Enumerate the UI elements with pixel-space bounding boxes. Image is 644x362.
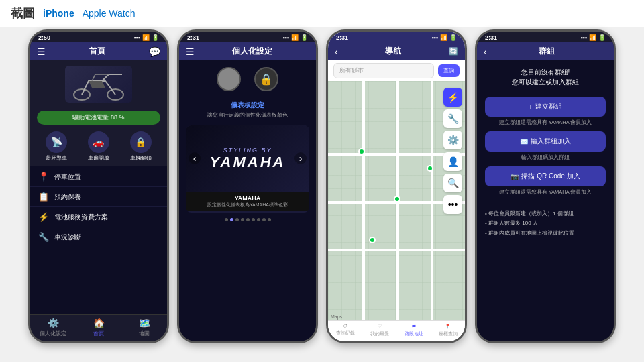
signal-icon: ▪▪▪ xyxy=(133,34,140,41)
status-icons-4: ▪▪▪ 📶 🔋 xyxy=(580,34,606,41)
tab-apple-watch[interactable]: Apple Watch xyxy=(83,8,136,19)
map-bottom-nav: ⏱ 查詢紀錄 ♡ 我的最愛 ⇌ 路段地址 📍 座標查詢 xyxy=(328,320,465,341)
menu-icon[interactable]: ☰ xyxy=(37,46,46,57)
trunk-action[interactable]: 🚗 車廂開啟 xyxy=(88,131,109,162)
wifi-icon-2: 📶 xyxy=(291,34,299,41)
nav-settings[interactable]: ⚙️ 個人化設定 xyxy=(30,318,76,337)
time-3: 2:31 xyxy=(336,34,348,41)
dot-4 xyxy=(241,218,244,221)
prev-btn[interactable]: ‹ xyxy=(189,152,201,164)
rule-2: • 群組人數最多 100 人 xyxy=(485,219,606,228)
enter-icon: ✉️ xyxy=(520,138,528,145)
wifi-icon: 📶 xyxy=(142,34,150,41)
menu-icon-2[interactable]: ☰ xyxy=(186,46,195,57)
history-icon: ⏱ xyxy=(343,324,347,328)
yamaha-caption: YAMAHA 設定個性化儀表板為YAMAHA標準色彩 xyxy=(186,192,309,211)
dot-9 xyxy=(268,218,271,221)
search-input[interactable]: 所有縣市 xyxy=(333,63,434,78)
time-4: 2:31 xyxy=(485,34,497,41)
create-group-btn[interactable]: + 建立群組 xyxy=(485,97,606,117)
yamaha-card[interactable]: STYLING BY YAMAHA ‹ › YAMAHA 設定個性化儀表板為YA… xyxy=(186,125,309,213)
next-btn[interactable]: › xyxy=(294,152,307,164)
nav-bar-4: ‹ 群組 xyxy=(477,42,614,60)
person-btn[interactable]: 👤 xyxy=(443,152,462,171)
dot-5 xyxy=(246,218,250,221)
nav-home[interactable]: 🏠 首頁 xyxy=(76,318,121,337)
diagnostics-item[interactable]: 🔧 車況診斷 xyxy=(30,227,167,247)
group-rules: • 每位會員限新建（或加入）1 個群組 • 群組人數最多 100 人 • 群組內… xyxy=(485,206,606,241)
charge-btn[interactable]: ⚡ xyxy=(443,88,462,107)
battery-plan-icon: ⚡ xyxy=(38,212,49,222)
battery-icon-4: 🔋 xyxy=(598,34,606,41)
history-nav[interactable]: ⏱ 查詢紀錄 xyxy=(328,324,362,337)
nav-title-4: 群組 xyxy=(539,46,555,57)
message-icon[interactable]: 💬 xyxy=(149,46,160,57)
action-icons: 📡 藍牙導車 🚗 車廂開啟 🔒 車輛解鎖 xyxy=(30,127,167,166)
favorites-nav[interactable]: ♡ 我的最愛 xyxy=(362,324,396,337)
status-bar-1: 2:50 ▪▪▪ 📶 🔋 xyxy=(30,32,167,42)
phone-groups: 2:31 ▪▪▪ 📶 🔋 ‹ 群組 您目前沒有群組! 您可以建立或加入群組 + … xyxy=(475,29,616,343)
wifi-icon-3: 📶 xyxy=(440,34,447,41)
trunk-label: 車廂開啟 xyxy=(88,154,109,162)
group-empty-text: 您目前沒有群組! 您可以建立或加入群組 xyxy=(485,67,606,87)
tab-iphone[interactable]: iPhone xyxy=(43,8,74,19)
back-icon-4[interactable]: ‹ xyxy=(484,46,487,57)
home-label: 首頁 xyxy=(93,330,104,337)
map-sidebar: ⚡ 🔧 ⚙️ 👤 🔍 ••• xyxy=(443,88,462,214)
route-nav[interactable]: ⇌ 路段地址 xyxy=(396,324,431,337)
battery-plan-item[interactable]: ⚡ 電池服務資費方案 xyxy=(30,207,167,227)
dot-1 xyxy=(225,218,228,221)
qr-icon: 📷 xyxy=(511,173,519,180)
search-placeholder: 所有縣市 xyxy=(339,67,364,74)
route-label: 路段地址 xyxy=(405,330,423,337)
home-content: 驅動電池電量 88 % 📡 藍牙導車 🚗 車廂開啟 🔒 車輛解鎖 📍 xyxy=(30,60,167,341)
zoom-btn[interactable]: 🔍 xyxy=(443,174,462,192)
parking-icon: 📍 xyxy=(38,172,49,182)
bluetooth-label: 藍牙導車 xyxy=(46,154,67,162)
diagnostics-icon: 🔧 xyxy=(38,232,49,242)
route-icon: ⇌ xyxy=(412,324,416,329)
page-title: 截圖 xyxy=(11,5,35,21)
menu-list: 📍 停車位置 📋 預約保養 ⚡ 電池服務資費方案 🔧 車況診斷 xyxy=(30,166,167,314)
lock-icon: 🔒 xyxy=(254,67,278,91)
nav-extra-icon: 🔄 xyxy=(449,47,458,56)
unlock-action[interactable]: 🔒 車輛解鎖 xyxy=(130,131,152,162)
time-1: 2:50 xyxy=(38,34,50,41)
map-attribution: Maps xyxy=(331,314,342,319)
dot-6 xyxy=(252,218,255,221)
enter-group-btn[interactable]: ✉️ 輸入群組加入 xyxy=(485,131,606,152)
dot-2 xyxy=(230,218,233,221)
dot-3 xyxy=(235,218,239,221)
parking-item[interactable]: 📍 停車位置 xyxy=(30,167,167,187)
profile-section: 🔒 xyxy=(179,60,316,98)
signal-icon-4: ▪▪▪ xyxy=(580,34,587,41)
nav-map[interactable]: 🗺️ 地圖 xyxy=(121,318,167,337)
battery-icon-2: 🔋 xyxy=(301,34,308,41)
tools-btn[interactable]: ⚙️ xyxy=(443,131,462,149)
search-button[interactable]: 查詢 xyxy=(438,64,460,77)
service-btn[interactable]: 🔧 xyxy=(443,109,462,128)
time-2: 2:31 xyxy=(187,34,199,41)
map-pin-4 xyxy=(427,165,433,172)
more-btn[interactable]: ••• xyxy=(443,195,462,214)
nav-title-3: 導航 xyxy=(385,46,401,57)
status-icons-2: ▪▪▪ 📶 🔋 xyxy=(282,34,308,41)
phone-home: 2:50 ▪▪▪ 📶 🔋 ☰ 首頁 💬 xyxy=(28,29,169,343)
history-label: 查詢紀錄 xyxy=(336,330,355,337)
back-icon[interactable]: ‹ xyxy=(335,46,338,57)
scan-qr-sub: 建立群組還需您具有 YAMAHA 會員加入 xyxy=(485,189,606,196)
group-empty-line2: 您可以建立或加入群組 xyxy=(485,77,606,87)
personalization-content: 🔒 儀表板設定 讓您自行定義的個性化儀表板顏色 STYLING BY YAMAH… xyxy=(179,60,316,341)
map-area[interactable]: ⚡ 🔧 ⚙️ 👤 🔍 ••• Maps xyxy=(328,81,465,320)
battery-icon: 🔋 xyxy=(152,34,159,41)
carousel-nav: ‹ › xyxy=(186,152,309,164)
coords-nav[interactable]: 📍 座標查詢 xyxy=(431,324,465,337)
road-v3 xyxy=(431,81,433,320)
phone-navigation: 2:31 ▪▪▪ 📶 🔋 ‹ 導航 🔄 所有縣市 查詢 xyxy=(326,29,467,343)
settings-icon: ⚙️ xyxy=(48,318,59,328)
group-empty-line1: 您目前沒有群組! xyxy=(485,67,606,77)
trunk-icon: 🚗 xyxy=(88,131,109,153)
bluetooth-action[interactable]: 📡 藍牙導車 xyxy=(46,131,67,162)
maintenance-item[interactable]: 📋 預約保養 xyxy=(30,187,167,207)
scan-qr-btn[interactable]: 📷 掃描 QR Code 加入 xyxy=(485,166,606,186)
